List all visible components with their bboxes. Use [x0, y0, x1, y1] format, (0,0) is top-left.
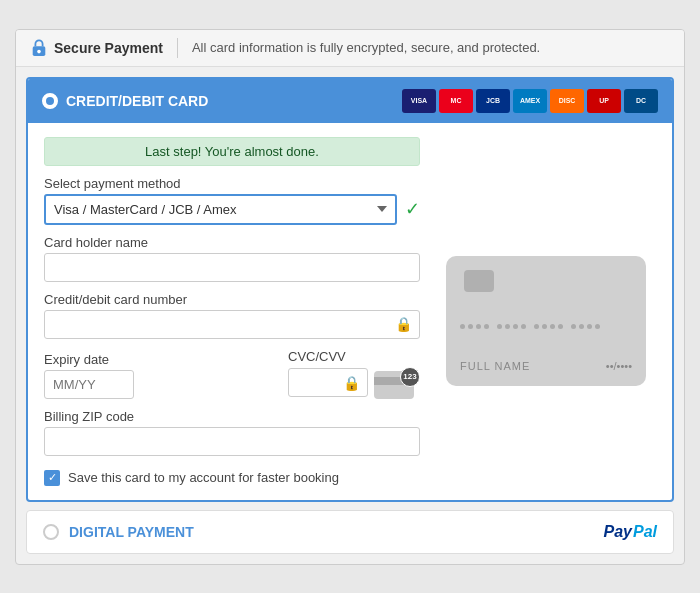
- dot: [534, 324, 539, 329]
- card-name: FULL NAME: [460, 360, 530, 372]
- mastercard-logo: MC: [439, 89, 473, 113]
- checkbox-check-icon: ✓: [48, 471, 57, 484]
- paypal-p2: Pal: [633, 523, 657, 541]
- dot: [505, 324, 510, 329]
- success-message: Last step! You're almost done.: [145, 144, 319, 159]
- paypal-p1: Pay: [604, 523, 632, 541]
- card-number-dots: [460, 324, 632, 329]
- cvc-lock-icon: 🔒: [343, 375, 360, 391]
- dot: [542, 324, 547, 329]
- discover-logo: DISC: [550, 89, 584, 113]
- select-checkmark: ✓: [405, 198, 420, 220]
- zip-group: Billing ZIP code: [44, 409, 420, 456]
- dot: [587, 324, 592, 329]
- dot: [497, 324, 502, 329]
- secure-title: Secure Payment: [54, 40, 163, 56]
- visa-logo: VISA: [402, 89, 436, 113]
- cardholder-label: Card holder name: [44, 235, 420, 250]
- card-date: ••/••••: [606, 360, 632, 372]
- credit-card-radio[interactable]: [42, 93, 58, 109]
- amex-logo: AMEX: [513, 89, 547, 113]
- header-divider: [177, 38, 178, 58]
- digital-payment-section: DIGITAL PAYMENT PayPal: [26, 510, 674, 554]
- credit-card-section: CREDIT/DEBIT CARD VISA MC JCB AMEX DISC …: [26, 77, 674, 502]
- card-number-input[interactable]: [44, 310, 420, 339]
- expiry-cvc-row: Expiry date CVC/CVV 🔒: [44, 349, 420, 399]
- dot: [595, 324, 600, 329]
- zip-label: Billing ZIP code: [44, 409, 420, 424]
- dot: [579, 324, 584, 329]
- payment-method-label: Select payment method: [44, 176, 420, 191]
- dot: [550, 324, 555, 329]
- dot: [476, 324, 481, 329]
- card-visual-area: FULL NAME ••/••••: [436, 137, 656, 486]
- success-banner: Last step! You're almost done.: [44, 137, 420, 166]
- unionpay-logo: UP: [587, 89, 621, 113]
- payment-method-select[interactable]: Visa / MasterCard / JCB / Amex: [44, 194, 397, 225]
- header-subtitle: All card information is fully encrypted,…: [192, 40, 540, 55]
- dot: [484, 324, 489, 329]
- secure-header: Secure Payment All card information is f…: [16, 30, 684, 67]
- digital-payment-radio[interactable]: [43, 524, 59, 540]
- digital-left: DIGITAL PAYMENT: [43, 524, 194, 540]
- dot: [571, 324, 576, 329]
- zip-input[interactable]: [44, 427, 420, 456]
- card-chip: [464, 270, 494, 292]
- cardholder-input[interactable]: [44, 253, 420, 282]
- dot: [558, 324, 563, 329]
- card-section-title-group: CREDIT/DEBIT CARD: [42, 93, 208, 109]
- card-bottom: FULL NAME ••/••••: [460, 360, 632, 372]
- svg-point-1: [37, 49, 41, 53]
- cardholder-group: Card holder name: [44, 235, 420, 282]
- expiry-group: Expiry date: [44, 352, 278, 399]
- dot: [468, 324, 473, 329]
- dot-group-2: [497, 324, 526, 329]
- expiry-input[interactable]: [44, 370, 134, 399]
- diners-logo: DC: [624, 89, 658, 113]
- jcb-logo: JCB: [476, 89, 510, 113]
- credit-card-display: FULL NAME ••/••••: [446, 256, 646, 386]
- select-wrapper: Visa / MasterCard / JCB / Amex ✓: [44, 194, 420, 225]
- card-number-lock-icon: 🔒: [395, 316, 412, 332]
- card-section-body: Last step! You're almost done. Select pa…: [28, 123, 672, 500]
- payment-method-group: Select payment method Visa / MasterCard …: [44, 176, 420, 225]
- cvc-row: 🔒 123: [288, 367, 420, 399]
- lock-icon: [30, 39, 48, 57]
- dot: [513, 324, 518, 329]
- cvc-input-wrapper: 🔒: [288, 368, 368, 397]
- card-number-label: Credit/debit card number: [44, 292, 420, 307]
- card-chip-area: [460, 270, 632, 292]
- dot-group-1: [460, 324, 489, 329]
- dot-group-3: [534, 324, 563, 329]
- dot-group-4: [571, 324, 600, 329]
- main-content: CREDIT/DEBIT CARD VISA MC JCB AMEX DISC …: [16, 67, 684, 564]
- save-card-checkbox[interactable]: ✓: [44, 470, 60, 486]
- dot: [521, 324, 526, 329]
- credit-card-label: CREDIT/DEBIT CARD: [66, 93, 208, 109]
- digital-payment-label: DIGITAL PAYMENT: [69, 524, 194, 540]
- save-card-row: ✓ Save this card to my account for faste…: [44, 470, 420, 486]
- cvc-badge: 123: [400, 367, 420, 387]
- expiry-label: Expiry date: [44, 352, 278, 367]
- paypal-logo: PayPal: [604, 523, 657, 541]
- cvc-group: CVC/CVV 🔒: [288, 349, 420, 399]
- card-form: Last step! You're almost done. Select pa…: [44, 137, 420, 486]
- dot: [460, 324, 465, 329]
- card-number-wrapper: 🔒: [44, 310, 420, 339]
- radio-inner: [46, 97, 54, 105]
- card-number-group: Credit/debit card number 🔒: [44, 292, 420, 339]
- cvc-help-icon: 123: [374, 367, 420, 399]
- card-logos: VISA MC JCB AMEX DISC UP DC: [402, 89, 658, 113]
- card-section-header: CREDIT/DEBIT CARD VISA MC JCB AMEX DISC …: [28, 79, 672, 123]
- save-card-label: Save this card to my account for faster …: [68, 470, 339, 485]
- cvc-label: CVC/CVV: [288, 349, 420, 364]
